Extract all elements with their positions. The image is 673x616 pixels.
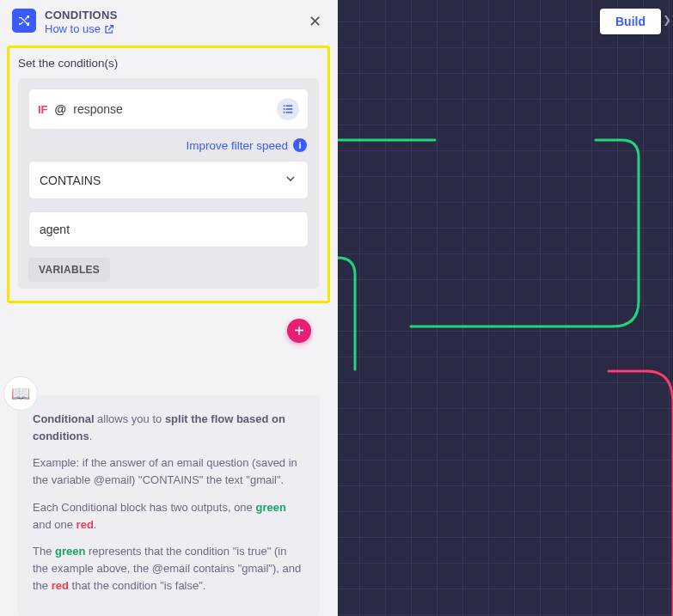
svg-rect-0: [284, 105, 285, 107]
variable-name: response: [73, 102, 123, 116]
value-input[interactable]: agent: [28, 211, 309, 247]
flow-connectors: [338, 0, 673, 616]
add-condition-button[interactable]: +: [287, 319, 311, 343]
section-label: Set the condition(s): [18, 57, 319, 70]
chevron-right-icon: ❯: [663, 14, 671, 26]
svg-rect-4: [284, 112, 285, 113]
book-icon: 📖: [3, 376, 38, 411]
condition-card: IF @ response Improve filter speed i CON…: [18, 78, 319, 289]
improve-filter-link[interactable]: Improve filter speed i: [28, 138, 307, 152]
variables-button[interactable]: VARIABLES: [28, 258, 110, 282]
info-icon: i: [293, 138, 307, 152]
svg-rect-3: [286, 108, 293, 110]
shuffle-icon: [12, 9, 36, 33]
build-button[interactable]: Build: [600, 9, 661, 34]
svg-rect-2: [284, 108, 285, 110]
flow-canvas[interactable]: Build ❯ 📝 Ask a question @response + ✕ 🗣…: [338, 0, 673, 616]
svg-rect-1: [286, 105, 293, 107]
if-keyword: IF: [38, 103, 48, 116]
svg-rect-5: [286, 112, 293, 113]
close-panel-button[interactable]: ✕: [305, 10, 325, 33]
condition-variable-field[interactable]: IF @ response: [28, 88, 309, 130]
how-to-use-link[interactable]: How to use: [45, 22, 114, 35]
panel-title: CONDITIONS: [45, 9, 297, 21]
panel-header: CONDITIONS How to use ✕: [0, 0, 337, 42]
chevron-down-icon: [284, 172, 297, 188]
config-panel: CONDITIONS How to use ✕ Set the conditio…: [0, 0, 338, 616]
operator-select[interactable]: CONTAINS: [28, 161, 309, 199]
variable-picker-button[interactable]: [277, 98, 299, 120]
help-card: Conditional allows you to split the flow…: [17, 395, 320, 616]
conditions-section: Set the condition(s) IF @ response Impro…: [7, 46, 330, 303]
at-symbol: @: [55, 102, 67, 116]
